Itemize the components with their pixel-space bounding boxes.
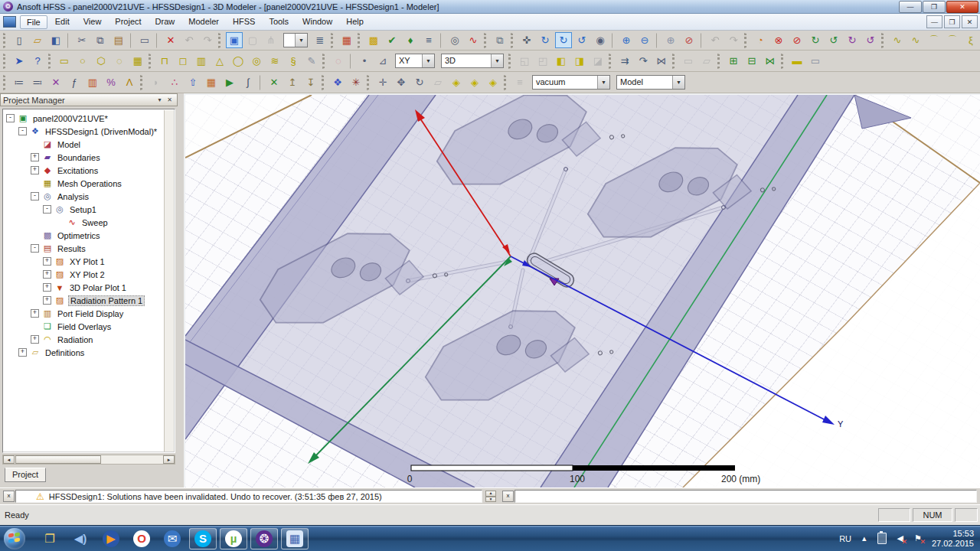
tree-item-optimetrics[interactable]: ▩ Optimetrics — [31, 229, 175, 242]
toolbar-icon[interactable] — [612, 33, 615, 48]
orient-view-icon[interactable]: ◉ — [592, 32, 609, 48]
arc-segment-icon[interactable]: ⌒ — [926, 32, 942, 48]
maximize-button[interactable]: ❐ — [923, 1, 946, 13]
toolbar-icon[interactable] — [504, 75, 508, 90]
rotate-node-icon[interactable]: ↻ — [411, 74, 428, 90]
wave-line2-icon[interactable]: ∿ — [907, 32, 924, 48]
zoom-out-icon[interactable]: ⊖ — [636, 32, 653, 48]
toolbar-icon[interactable] — [3, 54, 8, 69]
draw-ellipse-icon[interactable]: ◌ — [111, 53, 128, 69]
toolbar-icon[interactable] — [3, 33, 8, 48]
taskbar-save-tool[interactable]: ▦ — [281, 528, 309, 549]
material-combobox[interactable]: vacuum ▼ — [532, 75, 610, 90]
align-face-icon[interactable]: ▭ — [680, 53, 697, 69]
tree-item-definitions[interactable]: + ▱ Definitions — [18, 346, 175, 359]
undo-icon[interactable]: ↶ — [181, 32, 198, 48]
toolbar-icon[interactable] — [322, 75, 326, 90]
project-tab[interactable]: Project — [5, 468, 46, 482]
toolbar-icon[interactable] — [440, 33, 443, 48]
history-tree-icon[interactable]: ≣ — [312, 32, 328, 48]
draw-spiral-icon[interactable]: § — [285, 53, 302, 69]
toolbar-icon[interactable] — [350, 54, 353, 69]
rotate-model-center-icon[interactable]: ↻ — [537, 32, 554, 48]
draw-cone-icon[interactable]: △ — [211, 53, 228, 69]
toolbar-icon[interactable] — [744, 33, 749, 48]
progress-close-icon[interactable]: x — [502, 491, 514, 502]
tree-item-model[interactable]: ◪ Model — [31, 138, 175, 151]
toolbar-icon[interactable] — [156, 33, 159, 48]
submit-job-icon[interactable]: ♦ — [402, 32, 419, 48]
toolbar-icon[interactable] — [717, 54, 722, 69]
mdi-close-button[interactable]: ✕ — [962, 15, 978, 28]
zoom-in-icon[interactable]: ⊕ — [618, 32, 635, 48]
draw-polyhedron-icon[interactable]: ▥ — [193, 53, 210, 69]
tree-expander[interactable]: + — [43, 270, 51, 279]
draw-rectangle-icon[interactable]: ▭ — [56, 53, 73, 69]
tree-item-3d-polar-plot-1[interactable]: + ▼ 3D Polar Plot 1 — [43, 281, 175, 294]
layers-icon[interactable]: ≡ — [511, 74, 528, 90]
view-undo-icon[interactable]: ↶ — [707, 32, 724, 48]
fit-all-icon[interactable]: ⊘ — [681, 32, 697, 48]
delete-icon[interactable]: ✕ — [162, 32, 179, 48]
grid-cells-icon[interactable]: ▦ — [203, 74, 220, 90]
model-type-combobox[interactable]: Model ▼ — [616, 75, 685, 90]
draw-sphere-icon[interactable]: ◯ — [230, 53, 247, 69]
scroll-left-icon[interactable]: ◂ — [3, 455, 15, 464]
menu-draw[interactable]: Draw — [149, 15, 181, 29]
select-face-icon[interactable]: ▢ — [244, 32, 261, 48]
copy-icon[interactable]: ⧉ — [92, 32, 109, 48]
tree-expander[interactable]: + — [43, 257, 51, 266]
draw-box-icon[interactable]: ◻ — [175, 53, 191, 69]
toolbar-icon[interactable] — [67, 33, 70, 48]
delete-snapshot-icon[interactable]: ⊘ — [789, 32, 805, 48]
axis-up-icon[interactable]: ⇧ — [185, 74, 201, 90]
menu-help[interactable]: Help — [340, 15, 370, 29]
toolbar-icon[interactable] — [656, 33, 659, 48]
hidden-icons-button[interactable]: ▴ — [862, 533, 867, 543]
rotate-current-axis-icon[interactable]: ↻ — [555, 32, 572, 48]
export-icon[interactable]: ↥ — [284, 74, 301, 90]
duplicate-axis-icon[interactable]: ⊟ — [743, 53, 760, 69]
tree-item-boundaries[interactable]: + ▰ Boundaries — [31, 151, 175, 164]
crystal-k2-icon[interactable]: ◈ — [485, 74, 501, 90]
mesh-lens-icon[interactable]: ✳ — [348, 74, 364, 90]
tree-item-port-field-display[interactable]: + ▥ Port Field Display — [31, 307, 175, 320]
menu-tools[interactable]: Tools — [263, 15, 295, 29]
relative-cs-icon[interactable]: ≕ — [29, 74, 46, 90]
tree-expander[interactable]: + — [31, 153, 39, 161]
tree-item-radiation[interactable]: + ◠ Radiation — [31, 333, 175, 346]
tree-item-setup1[interactable]: - ◎ Setup1 — [43, 203, 175, 216]
clock[interactable]: 15:53 27.02.2015 — [932, 529, 974, 549]
sweep-vector-icon[interactable]: ▭ — [807, 53, 824, 69]
taskbar-media-player[interactable]: ▶ — [97, 528, 125, 549]
tree-expander[interactable]: - — [18, 127, 27, 135]
menu-edit[interactable]: Edit — [49, 15, 76, 29]
draw-helix-icon[interactable]: ≋ — [266, 53, 283, 69]
measure-icon[interactable]: ✕ — [47, 74, 64, 90]
imprint-icon[interactable]: ◪ — [590, 53, 606, 69]
tree-item-xy-plot-2[interactable]: + ▨ XY Plot 2 — [43, 268, 175, 281]
crystal-k-icon[interactable]: ◈ — [466, 74, 483, 90]
draw-circle-icon[interactable]: ○ — [74, 53, 91, 69]
menu-hfss[interactable]: HFSS — [227, 15, 261, 29]
draw-point-icon[interactable]: • — [356, 53, 373, 69]
toolbar-icon[interactable] — [367, 75, 371, 90]
spline-coil-icon[interactable]: ξ — [962, 32, 979, 48]
tree-expander[interactable]: + — [18, 348, 27, 357]
print-icon[interactable]: ▭ — [136, 32, 153, 48]
tree-expander[interactable]: + — [31, 335, 39, 344]
align-edge-icon[interactable]: ▱ — [698, 53, 715, 69]
draw-plane-icon[interactable]: ⊿ — [374, 53, 391, 69]
toolbar-icon[interactable] — [672, 54, 677, 69]
tree-expander[interactable]: + — [31, 166, 39, 174]
toolbar-icon[interactable] — [218, 33, 223, 48]
toolbar-icon[interactable] — [881, 33, 886, 48]
import-icon[interactable]: ↧ — [302, 74, 319, 90]
project-manager-header[interactable]: Project Manager ▾ ✕ — [0, 93, 178, 106]
volume-muted-icon[interactable]: ◀✕ — [897, 533, 903, 543]
intersect-icon[interactable]: ◧ — [553, 53, 570, 69]
message-spinner[interactable]: ▲▼ — [485, 491, 496, 502]
panel-collapse-icon[interactable]: ▾ — [155, 96, 165, 105]
tree-vertical-scrollbar[interactable] — [164, 110, 174, 452]
toolbar-icon[interactable] — [358, 33, 362, 48]
